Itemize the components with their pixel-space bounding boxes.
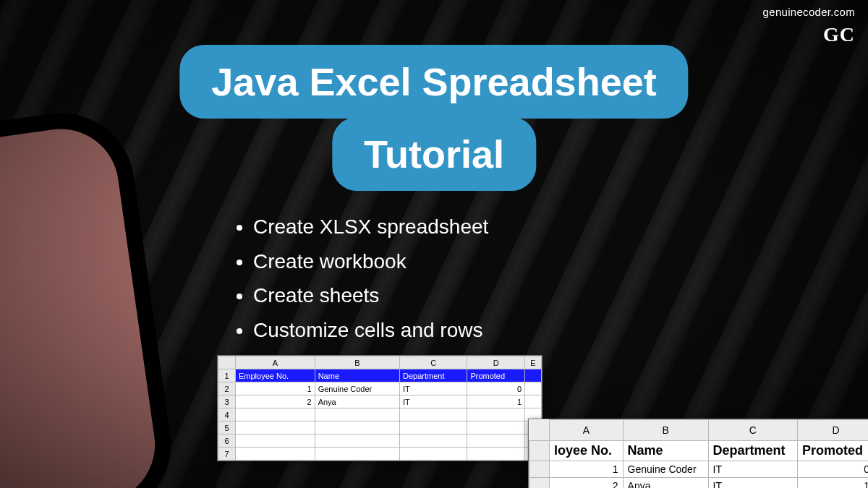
spreadsheet-preview-large: A B C D loyee No. Name Department Promot… [528,419,868,488]
data-cell: 1 [467,395,525,408]
col-header: A [236,356,315,369]
bullet-item: Create XLSX spreadsheet [253,210,488,244]
data-cell: 2 [236,395,315,408]
data-cell: IT [400,382,467,395]
title-block: Java Excel Spreadsheet Tutorial [179,45,688,191]
spreadsheet-preview-small: A B C D E 1 Employee No. Name Department… [217,355,542,461]
data-cell: 1 [550,461,624,478]
data-cell: 0 [467,382,525,395]
corner-cell [529,420,550,441]
header-cell [525,369,542,382]
title-pill-connector [398,106,470,130]
header-cell: Name [315,369,399,382]
brand-url: genuinecoder.com [763,6,855,18]
row-header [529,461,550,478]
col-header: B [623,420,708,441]
row-header: 4 [218,408,236,421]
header-cell: Promoted [798,441,869,461]
bullet-item: Create workbook [253,244,488,279]
row-header: 1 [218,369,236,382]
data-cell: 1 [798,478,869,489]
data-cell: Anya [315,395,399,408]
row-header: 5 [218,421,236,435]
col-header: E [525,356,542,369]
header-cell: Promoted [467,369,525,382]
col-header: D [467,356,525,369]
col-header: B [315,356,399,369]
feature-bullets: Create XLSX spreadsheet Create workbook … [231,210,488,347]
data-cell: IT [708,478,797,489]
header-cell: loyee No. [550,441,624,461]
col-header: C [400,356,467,369]
data-cell: IT [708,461,797,478]
data-cell [525,395,542,408]
bullet-item: Create sheets [253,278,488,313]
data-cell: IT [400,395,467,408]
col-header: D [798,420,869,441]
row-header [529,441,550,461]
row-header: 3 [218,395,236,408]
row-header: 2 [218,382,236,395]
data-cell: 1 [236,382,315,395]
corner-cell [218,356,236,369]
brand-logo: GC [823,23,855,46]
header-cell: Department [708,441,797,461]
data-cell: 2 [550,478,624,489]
col-header: C [708,420,797,441]
data-cell: 0 [798,461,869,478]
data-cell: Genuine Coder [315,382,399,395]
row-header [529,478,550,489]
header-cell: Employee No. [236,369,315,382]
header-cell: Department [400,369,467,382]
header-cell: Name [623,441,708,461]
data-cell [525,382,542,395]
data-cell: Genuine Coder [623,461,708,478]
bullet-item: Customize cells and rows [253,313,488,348]
col-header: A [550,420,624,441]
row-header: 7 [218,448,236,461]
data-cell: Anya [623,478,708,489]
row-header: 6 [218,435,236,448]
